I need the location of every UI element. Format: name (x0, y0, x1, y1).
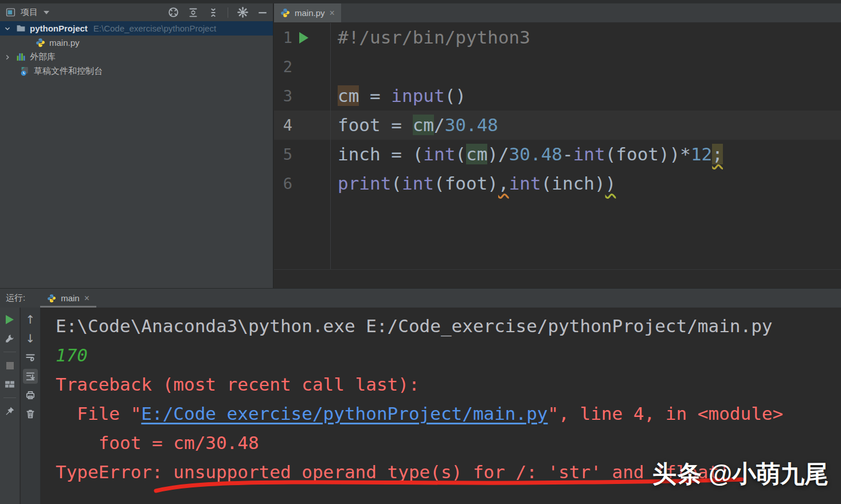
tree-item-main-py[interactable]: main.py (0, 36, 273, 50)
python-file-icon (280, 8, 290, 18)
project-root-label: pythonProject (30, 23, 88, 33)
clear-console-button[interactable] (23, 407, 38, 422)
scroll-to-end-button[interactable] (23, 369, 38, 384)
code-lines: 1#!/usr/bin/python323cm = input()4foot =… (274, 23, 841, 198)
python-file-icon (36, 38, 45, 48)
code-token: ( (455, 144, 466, 164)
line-number: 3 (274, 87, 292, 105)
rerun-button[interactable] (2, 312, 17, 327)
code-text[interactable]: print(int(foot),int(inch)) (330, 169, 616, 198)
chevron-collapsed-icon[interactable] (3, 53, 11, 61)
play-icon (6, 315, 14, 324)
gutter (292, 140, 330, 169)
line-number: 5 (274, 145, 292, 163)
code-token: cm (466, 144, 487, 164)
toolbar-separator (3, 352, 16, 352)
code-token: input (391, 85, 444, 106)
code-token: print (338, 173, 391, 194)
locate-file-button[interactable] (167, 7, 179, 18)
code-line-5[interactable]: 5inch = (int(cm)/30.48-int(foot))*12; (274, 140, 841, 169)
settings-gear-button[interactable] (237, 7, 248, 18)
line-number: 6 (274, 175, 292, 192)
collapse-all-button[interactable] (208, 7, 219, 18)
code-line-2[interactable]: 2 (274, 52, 841, 81)
code-line-3[interactable]: 3cm = input() (274, 81, 841, 111)
pin-tab-button[interactable] (2, 404, 17, 419)
editor-tab-label: main.py (295, 8, 325, 18)
project-window-icon (5, 7, 16, 18)
code-token: int (573, 144, 605, 164)
code-line-4[interactable]: 4foot = cm/30.48 (274, 111, 841, 140)
print-button[interactable] (23, 388, 38, 403)
code-text[interactable]: #!/usr/bin/python3 (330, 23, 530, 52)
console-line-2: 170 (56, 341, 841, 370)
toolbar-separator (228, 7, 228, 18)
code-token: ( (391, 173, 402, 194)
code-token: (foot))* (605, 144, 691, 164)
run-toolbar-console: ↑ ↓ (21, 308, 41, 504)
code-token: (inch) (541, 173, 605, 194)
line-number: 2 (274, 58, 292, 76)
code-text[interactable]: cm = input() (330, 81, 466, 111)
code-token: / (434, 115, 445, 135)
run-tool-window-header: 运行: main × (0, 288, 841, 308)
console-text: 170 (56, 345, 88, 365)
scratches-label: 草稿文件和控制台 (34, 66, 103, 77)
console-text: ", line 4, in <module> (548, 403, 784, 424)
python-file-icon (47, 294, 56, 303)
editor-tab-main-py[interactable]: main.py × (274, 3, 341, 22)
console-text: TypeError: unsupported operand type(s) f… (56, 462, 730, 482)
expand-all-button[interactable] (187, 7, 199, 18)
close-icon[interactable]: × (330, 9, 335, 18)
chevron-down-icon[interactable] (44, 11, 49, 14)
run-panel-title: 运行: (6, 293, 25, 304)
tree-item-scratches[interactable]: 草稿文件和控制台 (0, 64, 273, 78)
run-line-icon[interactable] (299, 32, 308, 44)
restore-layout-button[interactable] (2, 377, 17, 392)
stacktrace-file-link[interactable]: E:/Code_exercise/pythonProject/main.py (141, 403, 547, 424)
soft-wrap-button[interactable] (23, 350, 38, 365)
editor-viewport-edge (274, 269, 841, 270)
console-line-1: E:\Code\Anaconda3\python.exe E:/Code_exe… (56, 312, 841, 341)
code-token: 12 (691, 144, 712, 164)
code-editor[interactable]: 1#!/usr/bin/python323cm = input()4foot =… (274, 23, 841, 269)
close-icon[interactable]: × (84, 294, 89, 303)
stop-button[interactable] (2, 358, 17, 373)
run-tab-main[interactable]: main × (40, 289, 96, 308)
code-token: foot = (338, 115, 413, 135)
code-token: ) (605, 173, 616, 194)
next-occurrence-button[interactable]: ↓ (23, 331, 38, 346)
code-token: #!/usr/bin/python3 (338, 27, 530, 48)
line-number: 1 (274, 29, 292, 46)
project-tool-window: 项目 pythonProject E:\Code_exercise\pyth (0, 3, 273, 288)
project-panel-title[interactable]: 项目 (21, 7, 38, 18)
line-number: 4 (274, 116, 292, 134)
watermark-brand: 头条 (652, 460, 703, 487)
gutter-separator (330, 23, 331, 269)
console-line-4: File "E:/Code_exercise/pythonProject/mai… (56, 399, 841, 428)
chevron-expanded-icon[interactable] (3, 25, 11, 33)
prev-occurrence-button[interactable]: ↑ (23, 312, 38, 327)
main-py-label: main.py (49, 38, 80, 48)
external-libraries-label: 外部库 (30, 52, 56, 62)
tree-item-external-libraries[interactable]: 外部库 (0, 50, 273, 64)
tree-item-project-root[interactable]: pythonProject E:\Code_exercise\pythonPro… (0, 21, 273, 36)
watermark: 头条@小萌九尾 (652, 458, 828, 490)
console-text: File " (56, 403, 141, 424)
code-token: - (562, 144, 573, 164)
code-token: int (509, 173, 541, 194)
code-token: , (498, 173, 509, 194)
code-line-1[interactable]: 1#!/usr/bin/python3 (274, 23, 841, 52)
code-token: (foot) (434, 173, 498, 194)
console-text: foot = cm/30.48 (56, 432, 259, 453)
console-line-5: foot = cm/30.48 (56, 428, 841, 458)
hide-panel-button[interactable] (257, 7, 268, 18)
code-token: () (445, 85, 466, 106)
modify-run-configuration-button[interactable] (2, 331, 17, 346)
code-text[interactable]: foot = cm/30.48 (330, 111, 498, 140)
code-text[interactable]: inch = (int(cm)/30.48-int(foot))*12; (330, 140, 723, 169)
libraries-icon (16, 52, 26, 62)
code-line-6[interactable]: 6print(int(foot),int(inch)) (274, 169, 841, 198)
pycharm-ide-window: { "icons": { "close": "×", "up": "↑", "d… (0, 0, 841, 504)
code-token: inch = ( (338, 144, 423, 164)
